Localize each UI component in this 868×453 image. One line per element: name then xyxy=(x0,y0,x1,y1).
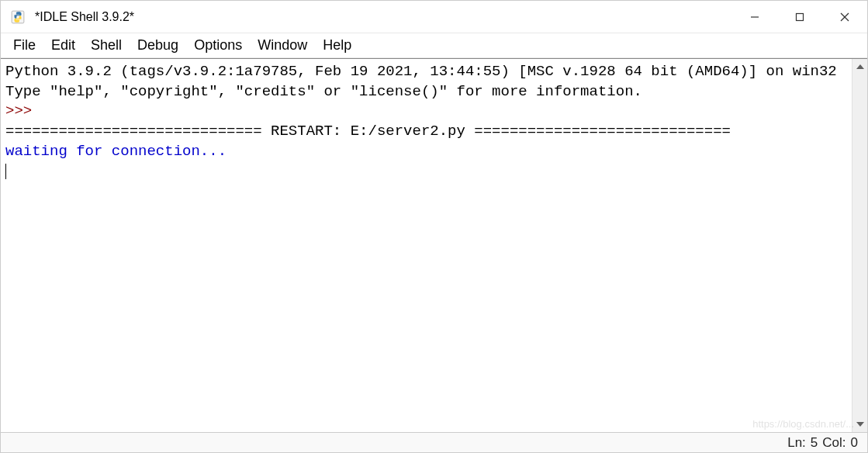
shell-editor[interactable]: Python 3.9.2 (tags/v3.9.2:1a79785, Feb 1… xyxy=(1,59,852,432)
line-value: 5 xyxy=(811,435,818,451)
banner-text: Python 3.9.2 (tags/v3.9.2:1a79785, Feb 1… xyxy=(5,63,837,80)
menu-options[interactable]: Options xyxy=(186,35,250,56)
svg-point-2 xyxy=(19,20,20,21)
menu-window[interactable]: Window xyxy=(250,35,315,56)
line-label: Ln: xyxy=(787,435,806,451)
menu-help[interactable]: Help xyxy=(315,35,359,56)
banner-text: Type "help", "copyright", "credits" or "… xyxy=(5,83,642,100)
app-icon xyxy=(10,9,26,25)
close-button[interactable] xyxy=(822,1,867,33)
window-controls xyxy=(732,1,867,33)
maximize-button[interactable] xyxy=(777,1,822,33)
menu-file[interactable]: File xyxy=(5,35,43,56)
prompt: >>> xyxy=(5,102,41,119)
col-label: Col: xyxy=(822,435,846,451)
scroll-down-button[interactable] xyxy=(852,417,867,432)
content-area: Python 3.9.2 (tags/v3.9.2:1a79785, Feb 1… xyxy=(1,58,867,432)
svg-point-1 xyxy=(16,12,16,13)
output-text: waiting for connection... xyxy=(5,143,227,160)
statusbar: Ln: 5 Col: 0 xyxy=(1,432,867,452)
menu-shell[interactable]: Shell xyxy=(83,35,130,56)
minimize-button[interactable] xyxy=(732,1,777,33)
menu-debug[interactable]: Debug xyxy=(130,35,186,56)
text-cursor xyxy=(5,164,6,179)
scroll-up-button[interactable] xyxy=(852,59,867,74)
svg-rect-4 xyxy=(797,13,804,20)
col-value: 0 xyxy=(851,435,858,451)
titlebar: *IDLE Shell 3.9.2* xyxy=(1,1,867,33)
menubar: File Edit Shell Debug Options Window Hel… xyxy=(1,33,867,58)
menu-edit[interactable]: Edit xyxy=(43,35,83,56)
scroll-track[interactable] xyxy=(852,74,867,417)
vertical-scrollbar[interactable] xyxy=(852,59,867,432)
restart-line: ============================= RESTART: E… xyxy=(5,123,731,140)
window-title: *IDLE Shell 3.9.2* xyxy=(35,10,732,24)
